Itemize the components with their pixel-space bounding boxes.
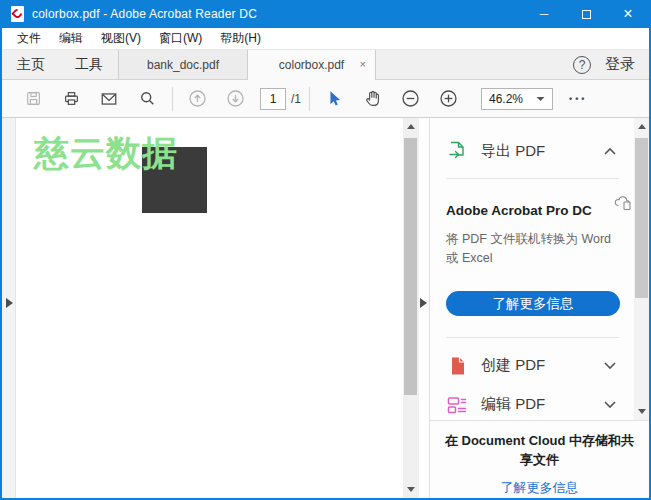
page-up-icon xyxy=(188,89,207,108)
promo-header: Adobe Acrobat Pro DC xyxy=(446,201,619,219)
toolbar-separator xyxy=(309,87,310,111)
hand-tool-button[interactable] xyxy=(357,85,387,113)
learn-more-button[interactable]: 了解更多信息 xyxy=(446,291,620,316)
menu-window[interactable]: 窗口(W) xyxy=(150,28,211,49)
print-icon xyxy=(63,90,80,107)
left-panel-strip xyxy=(2,118,16,498)
select-cursor-icon xyxy=(326,90,343,107)
create-pdf-section[interactable]: 创建 PDF xyxy=(446,353,619,379)
sidebar-scroll-region: 导出 PDF Adobe Acrobat Pro DC 将 PDF 文件联机转换… xyxy=(430,118,649,420)
sidebar-collapse-handle[interactable] xyxy=(419,118,429,498)
page-count-label: /1 xyxy=(291,92,301,106)
caret-down-icon xyxy=(536,96,545,102)
email-button[interactable] xyxy=(94,85,124,113)
close-button[interactable]: × xyxy=(607,0,649,28)
edit-pdf-section[interactable]: 编辑 PDF xyxy=(446,392,619,418)
tab-document-colorbox[interactable]: colorbox.pdf × xyxy=(247,50,376,80)
menu-bar: 文件 编辑 视图(V) 窗口(W) 帮助(H) xyxy=(2,28,649,50)
scrollbar-thumb[interactable] xyxy=(404,138,417,395)
menu-help[interactable]: 帮助(H) xyxy=(211,28,270,49)
cloud-copy-icon xyxy=(613,195,633,211)
acrobat-window: colorbox.pdf - Adobe Acrobat Reader DC ─… xyxy=(0,0,651,500)
page-number-input[interactable]: 1 xyxy=(260,88,286,110)
zoom-in-icon xyxy=(439,89,458,108)
chevron-up-icon[interactable] xyxy=(603,147,617,156)
tools-sidebar: 导出 PDF Adobe Acrobat Pro DC 将 PDF 文件联机转换… xyxy=(429,118,649,498)
tab-label: bank_doc.pdf xyxy=(147,58,219,72)
document-cloud-text: 在 Document Cloud 中存储和共享文件 xyxy=(442,432,637,470)
export-pdf-label: 导出 PDF xyxy=(481,142,603,161)
previous-page-button[interactable] xyxy=(182,85,212,113)
tab-close-icon[interactable]: × xyxy=(360,58,366,70)
window-title: colorbox.pdf - Adobe Acrobat Reader DC xyxy=(32,7,523,21)
create-pdf-label: 创建 PDF xyxy=(481,356,603,375)
print-button[interactable] xyxy=(56,85,86,113)
sign-in-button[interactable]: 登录 xyxy=(605,55,635,74)
next-page-button[interactable] xyxy=(220,85,250,113)
document-scrollbar[interactable] xyxy=(403,118,419,498)
tab-bar-right: ? 登录 xyxy=(573,50,649,79)
tab-tools[interactable]: 工具 xyxy=(60,50,118,79)
menu-file[interactable]: 文件 xyxy=(8,28,50,49)
collapse-sidebar-icon xyxy=(420,298,427,308)
hand-tool-icon xyxy=(363,89,382,108)
zoom-in-button[interactable] xyxy=(433,85,463,113)
export-pdf-section[interactable]: 导出 PDF xyxy=(446,138,619,164)
chevron-down-icon[interactable] xyxy=(603,361,617,370)
content-area: 慈云数据 导出 PDF Adobe Ac xyxy=(2,118,649,498)
tab-document-bank-doc[interactable]: bank_doc.pdf xyxy=(118,50,247,79)
watermark-text: 慈云数据 xyxy=(34,130,178,177)
export-pdf-icon xyxy=(446,140,468,162)
minimize-button[interactable]: ─ xyxy=(523,0,565,28)
help-icon[interactable]: ? xyxy=(573,56,591,74)
toolbar-separator xyxy=(172,87,173,111)
maximize-icon xyxy=(582,10,591,19)
sidebar-divider xyxy=(446,337,619,338)
scroll-up-icon[interactable] xyxy=(634,124,649,129)
promo-title: Adobe Acrobat Pro DC xyxy=(446,203,592,218)
document-canvas[interactable]: 慈云数据 xyxy=(16,118,403,498)
acrobat-logo-icon xyxy=(11,6,24,22)
sidebar-scrollbar[interactable] xyxy=(634,118,649,420)
scroll-up-icon[interactable] xyxy=(403,124,419,129)
scroll-down-icon[interactable] xyxy=(403,487,419,492)
scroll-down-icon[interactable] xyxy=(634,409,649,414)
save-button[interactable] xyxy=(18,85,48,113)
menu-view[interactable]: 视图(V) xyxy=(92,28,150,49)
scrollbar-thumb[interactable] xyxy=(635,138,648,298)
document-cloud-section: 在 Document Cloud 中存储和共享文件 了解更多信息 xyxy=(430,420,649,498)
tab-home[interactable]: 主页 xyxy=(2,50,60,79)
email-icon xyxy=(100,90,118,108)
title-bar: colorbox.pdf - Adobe Acrobat Reader DC ─… xyxy=(2,0,649,28)
zoom-level-dropdown[interactable]: 46.2% xyxy=(481,88,553,110)
toolbar: 1 /1 46.2% ••• xyxy=(2,80,649,118)
menu-edit[interactable]: 编辑 xyxy=(50,28,92,49)
page-down-icon xyxy=(226,89,245,108)
search-icon xyxy=(139,90,156,107)
sidebar-divider xyxy=(446,178,619,179)
expand-left-panel-icon[interactable] xyxy=(6,298,13,308)
select-tool-button[interactable] xyxy=(319,85,349,113)
edit-pdf-label: 编辑 PDF xyxy=(481,395,603,414)
zoom-out-button[interactable] xyxy=(395,85,425,113)
save-icon xyxy=(25,90,42,107)
cloud-learn-more-link[interactable]: 了解更多信息 xyxy=(501,479,579,497)
zoom-level-value: 46.2% xyxy=(489,92,536,106)
promo-description: 将 PDF 文件联机转换为 Word 或 Excel xyxy=(446,230,619,269)
tab-label: colorbox.pdf xyxy=(279,58,344,72)
create-pdf-icon xyxy=(446,355,468,377)
more-tools-button[interactable]: ••• xyxy=(569,94,587,104)
zoom-out-icon xyxy=(401,89,420,108)
maximize-button[interactable] xyxy=(565,0,607,28)
window-controls: ─ × xyxy=(523,0,649,28)
search-button[interactable] xyxy=(132,85,162,113)
tab-bar: 主页 工具 bank_doc.pdf colorbox.pdf × ? 登录 xyxy=(2,50,649,80)
edit-pdf-icon xyxy=(446,394,468,416)
chevron-down-icon[interactable] xyxy=(603,400,617,409)
